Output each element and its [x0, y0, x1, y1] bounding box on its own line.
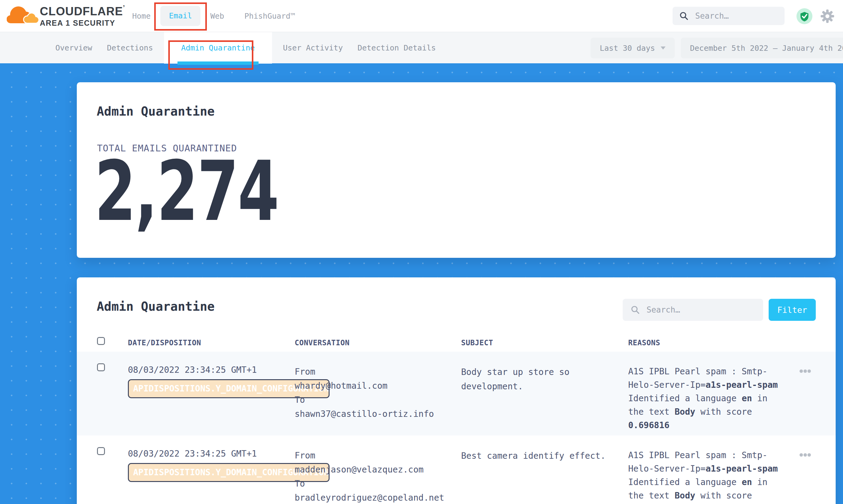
top-nav-item-phishguard[interactable]: PhishGuard™ — [245, 12, 295, 20]
to-address: bradleyrodriguez@copeland.net — [295, 491, 460, 504]
annotation-email-highlight — [154, 2, 207, 31]
filter-button[interactable]: Filter — [769, 299, 816, 321]
brand-text: CLOUDFLARE’ AREA 1 SECURITY — [40, 4, 125, 28]
to-label: To — [295, 477, 460, 491]
sub-nav-item-user-activity[interactable]: User Activity — [279, 32, 347, 64]
top-nav-item-web[interactable]: Web — [210, 12, 224, 20]
from-address: whardy@hotmail.com — [295, 379, 460, 393]
metric-value: 2,274 — [94, 150, 278, 233]
annotation-admin-quarantine-highlight — [168, 40, 253, 70]
cell-subject: Best camera identify effect. — [461, 449, 628, 463]
table-row[interactable]: 08/03/2022 23:34:25 GMT+1 APIDISPOSITION… — [77, 352, 836, 435]
period-dropdown-label: Last 30 days — [600, 44, 655, 53]
row-checkbox[interactable] — [97, 447, 105, 455]
sub-nav-item-detections[interactable]: Detections — [103, 32, 157, 64]
cell-subject: Body star up store so development. — [461, 365, 628, 394]
table-search-placeholder: Search… — [647, 305, 680, 314]
from-label: From — [295, 449, 460, 463]
screen: CLOUDFLARE’ AREA 1 SECURITY HomeEmailWeb… — [0, 0, 843, 504]
settings-gear-icon[interactable] — [820, 8, 835, 24]
global-search-input[interactable]: Search… — [672, 7, 785, 25]
cell-reasons: A1S IPBL Pearl spam : Smtp-Helo-Server-I… — [628, 365, 784, 432]
table-card-title: Admin Quarantine — [97, 300, 214, 313]
date-range-picker[interactable]: December 5th 2022 — January 4th 2023 — [681, 38, 843, 58]
cell-conversation: From maddenjason@velazquez.com To bradle… — [295, 449, 460, 504]
row-actions-menu-icon[interactable] — [800, 453, 811, 456]
summary-card-title: Admin Quarantine — [97, 104, 214, 118]
global-search-placeholder: Search… — [695, 11, 729, 20]
quarantine-table-card: Admin Quarantine Search… Filter DATE/DIS… — [77, 277, 836, 504]
cell-date: 08/03/2022 23:34:25 GMT+1 — [128, 365, 257, 375]
table-row[interactable]: 08/03/2022 23:34:25 GMT+1 APIDISPOSITION… — [77, 435, 836, 504]
protection-status-shield-icon[interactable] — [796, 8, 812, 24]
row-actions-menu-icon[interactable] — [800, 370, 811, 373]
table-search-input[interactable]: Search… — [623, 299, 763, 321]
cell-reasons: A1S IPBL Pearl spam : Smtp-Helo-Server-I… — [628, 449, 784, 504]
select-all-checkbox[interactable] — [97, 337, 105, 345]
table-rows: 08/03/2022 23:34:25 GMT+1 APIDISPOSITION… — [77, 352, 836, 504]
chevron-down-icon — [661, 47, 666, 50]
column-header-reasons: REASONS — [628, 339, 660, 347]
from-address: maddenjason@velazquez.com — [295, 463, 460, 477]
row-checkbox[interactable] — [97, 363, 105, 371]
cell-conversation: From whardy@hotmail.com To shawn37@casti… — [295, 365, 460, 421]
search-icon — [631, 305, 640, 314]
top-bar: CLOUDFLARE’ AREA 1 SECURITY HomeEmailWeb… — [0, 0, 843, 32]
main-canvas: Admin Quarantine TOTAL EMAILS QUARANTINE… — [0, 63, 843, 504]
sub-nav-item-detection-details[interactable]: Detection Details — [354, 32, 439, 64]
brand-trademark: ’ — [123, 4, 125, 11]
brand-line2: AREA 1 SECURITY — [40, 19, 125, 28]
sub-nav-bar: OverviewDetectionsAdmin QuarantineUser A… — [0, 32, 843, 63]
brand[interactable]: CLOUDFLARE’ AREA 1 SECURITY — [7, 3, 125, 28]
from-label: From — [295, 365, 460, 379]
summary-card: Admin Quarantine TOTAL EMAILS QUARANTINE… — [77, 82, 836, 258]
cell-date: 08/03/2022 23:34:25 GMT+1 — [128, 449, 257, 459]
cloudflare-logo-icon — [7, 3, 38, 28]
to-address: shawn37@castillo-ortiz.info — [295, 407, 460, 421]
brand-line1: CLOUDFLARE’ — [40, 4, 125, 18]
to-label: To — [295, 393, 460, 407]
column-header-conversation: CONVERSATION — [295, 339, 349, 347]
period-dropdown[interactable]: Last 30 days — [591, 38, 675, 58]
sub-nav-item-overview[interactable]: Overview — [52, 32, 96, 64]
search-icon — [679, 11, 688, 20]
top-nav-item-home[interactable]: Home — [132, 12, 151, 20]
column-header-subject: SUBJECT — [461, 339, 493, 347]
column-header-date: DATE/DISPOSITION — [128, 339, 201, 347]
date-range-label: December 5th 2022 — January 4th 2023 — [690, 44, 843, 53]
